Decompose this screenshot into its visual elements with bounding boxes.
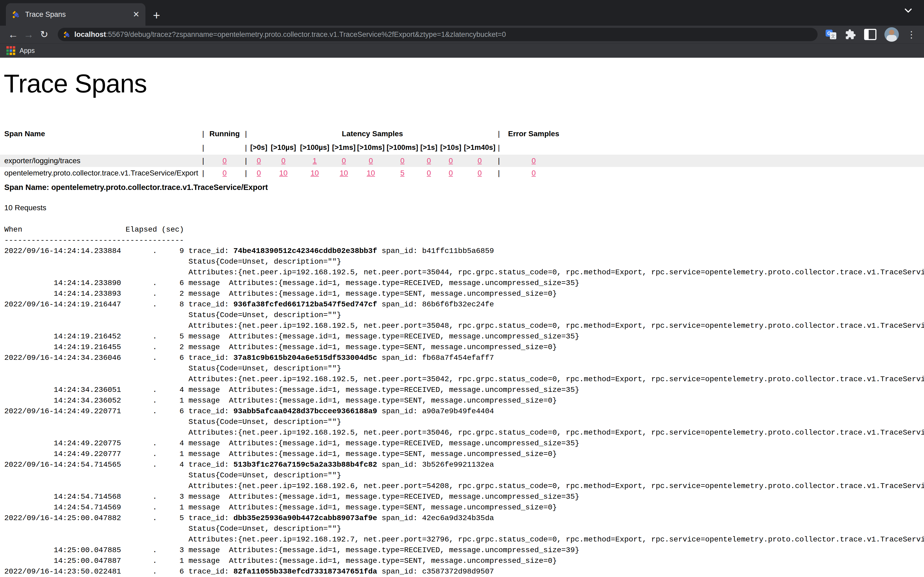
latency-sample-link[interactable]: 0 bbox=[386, 156, 419, 165]
latency-sample-link[interactable]: 0 bbox=[463, 169, 496, 177]
back-button[interactable]: ← bbox=[5, 29, 21, 40]
table-header-row: Span Name|Running|Latency Samples|Error … bbox=[0, 127, 924, 141]
log-entry-header: 2022/09/16-14:24:54.714565 . 4 trace_id:… bbox=[4, 459, 924, 470]
latency-sample-link[interactable]: 0 bbox=[419, 156, 438, 165]
latency-sample-link[interactable]: 0 bbox=[356, 156, 386, 165]
log-entry-attributes: Attributes:{net.peer.ip=192.168.192.5, n… bbox=[4, 427, 924, 438]
profile-avatar[interactable] bbox=[884, 27, 899, 42]
latency-bucket-label: [>0s] bbox=[249, 143, 269, 152]
latency-bucket-label: [>10ms] bbox=[356, 143, 386, 152]
log-entry-header: 2022/09/16-14:24:49.220771 . 6 trace_id:… bbox=[4, 406, 924, 417]
column-divider: | bbox=[496, 143, 502, 152]
error-count-link[interactable]: 0 bbox=[502, 156, 566, 165]
log-entry-status: Status{Code=Unset, description=""} bbox=[4, 417, 924, 427]
latency-bucket-label: [>1s] bbox=[419, 143, 438, 152]
table-row: exporter/logging/traces|0|001000000|0 bbox=[0, 155, 924, 167]
log-entry-message: 14:24:49.220775 . 4 message Attributes:{… bbox=[4, 438, 924, 449]
latency-sample-link[interactable]: 10 bbox=[331, 169, 356, 177]
translate-icon[interactable]: G 文 bbox=[825, 29, 837, 40]
tracez-page: Trace Spans Span Name|Running|Latency Sa… bbox=[0, 69, 924, 577]
span-summary-table: Span Name|Running|Latency Samples|Error … bbox=[0, 127, 924, 179]
table-row: opentelemetry.proto.collector.trace.v1.T… bbox=[0, 167, 924, 179]
column-divider: | bbox=[200, 169, 206, 177]
column-divider: | bbox=[200, 143, 206, 152]
latency-sample-link[interactable]: 0 bbox=[463, 156, 496, 165]
latency-sample-link[interactable]: 0 bbox=[269, 156, 298, 165]
error-count-link[interactable]: 0 bbox=[502, 169, 566, 177]
menu-kebab-icon[interactable]: ⋮ bbox=[907, 30, 916, 39]
tab-strip: Trace Spans ✕ + bbox=[0, 0, 924, 26]
col-header-running: Running bbox=[206, 130, 243, 138]
tab-trace-spans[interactable]: Trace Spans ✕ bbox=[6, 3, 145, 26]
forward-button[interactable]: → bbox=[21, 29, 36, 40]
latency-sample-link[interactable]: 5 bbox=[386, 169, 419, 177]
latency-sample-link[interactable]: 0 bbox=[438, 169, 463, 177]
column-divider: | bbox=[496, 130, 502, 138]
apps-grid-icon[interactable] bbox=[6, 46, 15, 55]
latency-bucket-label: [>10µs] bbox=[269, 143, 298, 152]
tab-close-icon[interactable]: ✕ bbox=[133, 10, 140, 18]
log-entry-header: 2022/09/16-14:24:14.233884 . 9 trace_id:… bbox=[4, 246, 924, 256]
url-host: localhost bbox=[74, 31, 106, 39]
new-tab-button[interactable]: + bbox=[153, 9, 160, 21]
latency-sample-link[interactable]: 0 bbox=[331, 156, 356, 165]
log-entry-attributes: Attributes:{net.peer.ip=192.168.192.5, n… bbox=[4, 374, 924, 385]
log-entry-status: Status{Code=Unset, description=""} bbox=[4, 470, 924, 481]
latency-bucket-label: [>10s] bbox=[438, 143, 463, 152]
latency-sample-link[interactable]: 0 bbox=[419, 169, 438, 177]
svg-text:文: 文 bbox=[831, 34, 835, 39]
col-header-span-name: Span Name bbox=[0, 130, 200, 138]
latency-sample-link[interactable]: 10 bbox=[269, 169, 298, 177]
log-entry-message: 14:24:49.220777 . 1 message Attributes:{… bbox=[4, 449, 924, 459]
log-entry-message: 14:24:54.714568 . 3 message Attributes:{… bbox=[4, 492, 924, 502]
log-entry-message: 14:24:34.236051 . 4 message Attributes:{… bbox=[4, 385, 924, 395]
log-entry-attributes: Attributes:{net.peer.ip=192.168.192.6, n… bbox=[4, 481, 924, 492]
log-entry-message: 14:24:19.216452 . 5 message Attributes:{… bbox=[4, 331, 924, 342]
log-entry-status: Status{Code=Unset, description=""} bbox=[4, 363, 924, 374]
tabstrip-chevron-down-icon[interactable] bbox=[904, 8, 913, 13]
latency-sample-link[interactable]: 10 bbox=[298, 169, 331, 177]
running-count-link[interactable]: 0 bbox=[206, 169, 243, 177]
latency-sample-link[interactable]: 0 bbox=[249, 156, 269, 165]
log-entry-attributes: Attributes:{net.peer.ip=192.168.192.5, n… bbox=[4, 267, 924, 278]
column-divider: | bbox=[496, 156, 502, 165]
reload-button[interactable]: ↻ bbox=[36, 30, 52, 39]
latency-sample-link[interactable]: 1 bbox=[298, 156, 331, 165]
latency-sample-link[interactable]: 0 bbox=[438, 156, 463, 165]
column-divider: | bbox=[200, 156, 206, 165]
log-entry-header: 2022/09/16-14:24:34.236046 . 6 trace_id:… bbox=[4, 353, 924, 363]
detail-span-name: Span Name: opentelemetry.proto.collector… bbox=[4, 183, 924, 192]
column-divider: | bbox=[243, 130, 249, 138]
toolbar-icons: G 文 ⋮ bbox=[825, 27, 916, 42]
log-column-header: When Elapsed (sec) bbox=[4, 224, 924, 235]
latency-bucket-label: [>1m40s] bbox=[463, 143, 496, 152]
latency-sample-link[interactable]: 0 bbox=[249, 169, 269, 177]
column-divider: | bbox=[243, 156, 249, 165]
side-panel-icon[interactable] bbox=[864, 29, 876, 40]
log-entry-status: Status{Code=Unset, description=""} bbox=[4, 524, 924, 534]
log-entry-message: 14:24:14.233890 . 6 message Attributes:{… bbox=[4, 278, 924, 288]
site-favicon-icon bbox=[63, 31, 71, 38]
running-count-link[interactable]: 0 bbox=[206, 156, 243, 165]
log-entry-attributes: Attributes:{net.peer.ip=192.168.192.7, n… bbox=[4, 534, 924, 545]
log-separator: ---------------------------------------- bbox=[4, 235, 924, 246]
bookmarks-bar: Apps bbox=[0, 43, 924, 58]
latency-bucket-label: [>1ms] bbox=[331, 143, 356, 152]
page-title: Trace Spans bbox=[4, 69, 924, 98]
column-divider: | bbox=[200, 130, 206, 138]
log-entry-header: 2022/09/16-14:24:19.216447 . 8 trace_id:… bbox=[4, 299, 924, 310]
apps-label[interactable]: Apps bbox=[19, 47, 35, 55]
log-entry-message: 14:24:54.714569 . 1 message Attributes:{… bbox=[4, 502, 924, 513]
url-address-bar[interactable]: localhost:55679/debug/tracez?zspanname=o… bbox=[58, 28, 817, 41]
latency-sample-link[interactable]: 10 bbox=[356, 169, 386, 177]
extensions-puzzle-icon[interactable] bbox=[845, 29, 856, 40]
latency-bucket-label: [>100µs] bbox=[298, 143, 331, 152]
col-header-error-samples: Error Samples bbox=[502, 130, 566, 138]
requests-count: 10 Requests bbox=[4, 203, 924, 212]
log-entry-header: 2022/09/16-14:23:50.022481 . 6 trace_id:… bbox=[4, 566, 924, 577]
tab-title: Trace Spans bbox=[25, 10, 128, 19]
log-entry-attributes: Attributes:{net.peer.ip=192.168.192.5, n… bbox=[4, 321, 924, 331]
log-entry-message: 14:24:14.233893 . 2 message Attributes:{… bbox=[4, 288, 924, 299]
log-entry-message: 14:25:00.047887 . 1 message Attributes:{… bbox=[4, 556, 924, 566]
latency-bucket-label: [>100ms] bbox=[386, 143, 419, 152]
